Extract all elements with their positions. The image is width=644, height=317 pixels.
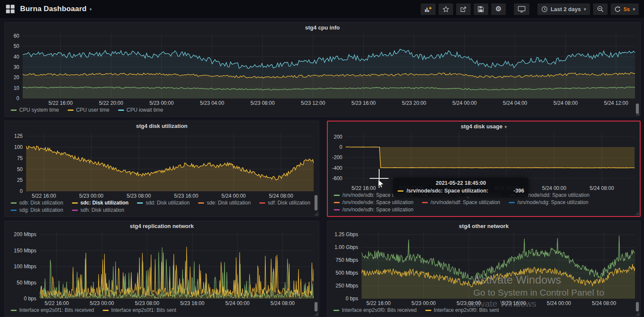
legend-item[interactable]: /srv/node/sdf: Space utilization xyxy=(422,199,500,206)
x-tick-label: 5/23 04:00 xyxy=(200,100,224,106)
panel-title[interactable]: stg4 disk utilization xyxy=(5,121,319,131)
legend: CPU system timeCPU user timeCPU iowait t… xyxy=(5,106,640,116)
tooltip-timestamp: 2021-05-22 18:45:00 xyxy=(398,180,524,186)
y-tick-label: 100 Mbps xyxy=(14,264,36,270)
legend-item[interactable]: sdh: Disk utilization xyxy=(72,207,125,213)
y-tick-label: 100 xyxy=(14,144,23,150)
x-axis: 5/22 16:005/23 00:005/23 08:005/23 16:00… xyxy=(362,299,635,306)
y-tick-label: 250 Mbps xyxy=(335,283,358,289)
time-range-picker[interactable]: Last 2 days ▾ xyxy=(537,3,590,15)
panel-scrollbar[interactable] xyxy=(315,195,318,210)
x-tick-label: 5/22 16:00 xyxy=(351,185,376,191)
gear-icon: ⚙ xyxy=(495,6,501,12)
legend-item[interactable]: sdb: Disk utilization xyxy=(11,200,63,206)
legend-item[interactable]: sdg: Disk utilization xyxy=(11,207,63,213)
dashboard-settings-button[interactable]: ⚙ xyxy=(491,3,506,15)
graph-tooltip: 2021-05-22 18:45:00 /srv/node/sdc: Space… xyxy=(393,178,528,197)
y-tick-label: 200 xyxy=(334,134,342,140)
x-tick-label: 5/24 00:00 xyxy=(222,193,246,199)
dashboard-title-caret-icon[interactable]: ▾ xyxy=(89,7,92,12)
share-icon xyxy=(460,6,467,12)
x-tick-label: 5/24 04:00 xyxy=(503,100,527,106)
panel-title-text: stg4 other network xyxy=(459,223,508,229)
x-tick-label: 5/23 08:00 xyxy=(250,100,275,106)
legend-item[interactable]: sdf: Disk utilization xyxy=(259,200,310,206)
cycle-view-mode-button[interactable] xyxy=(514,3,529,15)
legend-color-dash xyxy=(11,202,17,204)
panel-title[interactable]: stg4 replication network xyxy=(5,221,319,231)
star-dashboard-button[interactable] xyxy=(439,3,453,15)
refresh-button[interactable]: 5s ▾ xyxy=(611,3,639,15)
y-tick-label: -600 xyxy=(332,175,342,181)
x-tick-label: 5/23 16:00 xyxy=(351,100,376,106)
x-tick-label: 5/23 00:00 xyxy=(149,100,174,106)
panel-replication-network: stg4 replication network 200 Mbps150 Mbp… xyxy=(4,221,319,317)
y-tick-label: 75 xyxy=(17,155,23,161)
x-tick-label: 5/24 00:00 xyxy=(452,100,477,106)
x-tick-label: 5/23 00:00 xyxy=(79,193,104,199)
y-axis: 2000-200-400-600 xyxy=(330,133,346,184)
x-tick-label: 5/24 08:00 xyxy=(592,300,616,306)
legend-item[interactable]: Interface enp2s0f0: Bits received xyxy=(333,307,417,314)
panel-menu-caret-icon[interactable]: ▾ xyxy=(505,124,507,129)
dashboard-title[interactable]: Burna Dashboaard xyxy=(20,5,86,13)
x-tick-label: 5/23 08:00 xyxy=(135,300,159,306)
panel-title[interactable]: stg4 disk usage▾ xyxy=(328,121,640,132)
legend-label: Interface enp2s0f1: Bits sent xyxy=(111,307,176,314)
panel-title[interactable]: stg4 other network xyxy=(327,221,640,231)
panel-scrollbar[interactable] xyxy=(636,104,639,114)
zoom-out-button[interactable] xyxy=(593,3,608,15)
share-dashboard-button[interactable] xyxy=(456,3,471,15)
x-tick-label: 5/24 00:00 xyxy=(542,185,567,191)
legend-item[interactable]: sde: Disk utilization xyxy=(198,200,251,206)
plot-area[interactable]: 5/22 16:005/23 00:005/23 08:005/23 16:00… xyxy=(26,131,314,199)
legend-label: sdh: Disk utilization xyxy=(80,207,125,213)
legend-label: CPU iowait time xyxy=(127,107,163,113)
legend-color-dash xyxy=(333,310,339,311)
legend-item[interactable]: Interface enp2s0f0: Bits sent xyxy=(425,307,499,314)
y-tick-label: 10 xyxy=(14,85,19,91)
x-tick-label: 5/23 00:00 xyxy=(90,300,114,306)
panel-scrollbar[interactable] xyxy=(315,302,318,311)
add-panel-button[interactable] xyxy=(421,3,436,15)
clock-icon xyxy=(541,6,548,12)
legend-item[interactable]: /srv/node/sde: Space utilization xyxy=(334,199,413,206)
y-tick-label: 500 Mbps xyxy=(335,270,358,276)
dashboard-grid: stg4 cpu info 6050403020100 5/22 16:005/… xyxy=(0,18,644,317)
legend-item[interactable]: Interface enp2s0f1: Bits sent xyxy=(103,307,176,314)
legend-item[interactable]: /srv/node/sdg: Space utilization xyxy=(509,199,588,206)
legend-item[interactable]: /srv/node/sdh: Space utilization xyxy=(334,207,413,213)
plot-area[interactable]: 5/22 16:005/23 00:005/23 08:005/23 16:00… xyxy=(40,231,314,306)
legend-label: sdd: Disk utilization xyxy=(145,200,190,206)
legend-label: Interface enp2s0f0: Bits sent xyxy=(434,307,499,314)
time-range-label: Last 2 days xyxy=(551,6,581,12)
legend-color-dash xyxy=(11,110,17,111)
x-tick-label: 5/23 16:00 xyxy=(502,300,526,306)
legend-label: CPU system time xyxy=(19,107,59,113)
monitor-icon xyxy=(518,6,525,12)
x-tick-label: 5/24 12:00 xyxy=(604,100,628,106)
panel-title-text: stg4 disk usage xyxy=(461,123,503,130)
legend-item[interactable]: CPU system time xyxy=(11,107,59,113)
plot-area[interactable]: 5/22 16:005/22 20:005/23 00:005/23 04:00… xyxy=(23,33,635,106)
legend-item[interactable]: sdd: Disk utilization xyxy=(137,200,190,206)
y-tick-label: 50 Mbps xyxy=(17,280,36,286)
save-dashboard-button[interactable] xyxy=(474,3,488,15)
y-tick-label: 750 Mbps xyxy=(335,257,358,263)
apps-grid-icon[interactable] xyxy=(6,5,15,13)
panel-disk-usage: stg4 disk usage▾ 2000-200-400-600 5/22 1… xyxy=(327,121,641,217)
legend-item[interactable]: sdc: Disk utilization xyxy=(72,200,129,206)
x-tick-label: 5/23 16:00 xyxy=(174,193,199,199)
legend-label: sdg: Disk utilization xyxy=(19,207,63,213)
legend-item[interactable]: CPU user time xyxy=(68,107,110,113)
legend-item[interactable]: CPU iowait time xyxy=(118,107,163,113)
panel-title[interactable]: stg4 cpu info xyxy=(5,23,640,33)
y-tick-label: 0 bps xyxy=(24,296,36,302)
x-tick-label: 5/23 16:00 xyxy=(180,300,205,306)
plot-area[interactable]: 5/22 16:005/23 00:005/23 08:005/23 16:00… xyxy=(362,231,635,306)
panel-scrollbar[interactable] xyxy=(636,302,639,311)
mouse-cursor xyxy=(378,179,385,190)
legend-color-dash xyxy=(422,202,428,203)
legend-item[interactable]: Interface enp2s0f1: Bits received xyxy=(11,307,94,314)
legend-color-dash xyxy=(103,310,109,311)
